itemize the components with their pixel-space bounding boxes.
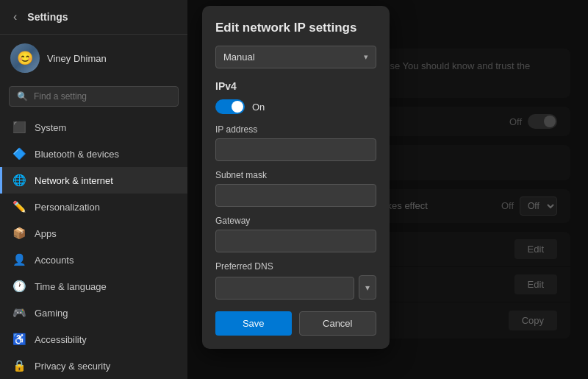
preferred-dns-row: ▾ bbox=[215, 275, 376, 300]
sidebar-item-apps[interactable]: 📦 Apps bbox=[0, 220, 187, 247]
personalization-icon: ✏️ bbox=[12, 200, 26, 213]
sidebar-item-gaming[interactable]: 🎮 Gaming bbox=[0, 300, 187, 326]
main-content: Wi-Fi › Galaxy A517C0F k. Select this if… bbox=[187, 0, 588, 379]
network-icon: 🌐 bbox=[12, 174, 26, 187]
user-name: Viney Dhiman bbox=[47, 53, 107, 64]
chevron-down-icon: ▾ bbox=[364, 52, 368, 62]
sidebar-item-label: System bbox=[35, 122, 66, 133]
gaming-icon: 🎮 bbox=[12, 306, 26, 319]
privacy-icon: 🔒 bbox=[12, 359, 26, 372]
edit-ip-dialog: Edit network IP settings Manual ▾ IPv4 O… bbox=[202, 6, 390, 349]
manual-dropdown[interactable]: Manual ▾ bbox=[215, 46, 376, 68]
search-box[interactable]: 🔍 bbox=[9, 86, 179, 107]
ipv4-toggle[interactable] bbox=[215, 99, 245, 114]
back-button[interactable]: ‹ bbox=[9, 7, 21, 26]
sidebar-item-time[interactable]: 🕐 Time & language bbox=[0, 273, 187, 300]
search-input[interactable] bbox=[34, 91, 171, 102]
sidebar-item-label: Time & language bbox=[35, 281, 107, 292]
cancel-button[interactable]: Cancel bbox=[299, 311, 377, 336]
subnet-mask-label: Subnet mask bbox=[215, 170, 376, 180]
sidebar-item-label: Gaming bbox=[35, 308, 68, 319]
dialog-scroll-area: IPv4 On IP address Subnet mask Gateway P… bbox=[215, 80, 376, 300]
sidebar-item-bluetooth[interactable]: 🔷 Bluetooth & devices bbox=[0, 141, 187, 167]
sidebar-title: Settings bbox=[27, 11, 68, 23]
dropdown-value: Manual bbox=[223, 52, 255, 63]
time-icon: 🕐 bbox=[12, 280, 26, 293]
accounts-icon: 👤 bbox=[12, 253, 26, 266]
gateway-input[interactable] bbox=[215, 230, 376, 252]
ipv4-toggle-thumb bbox=[232, 101, 243, 113]
nav-list: ⬛ System 🔷 Bluetooth & devices 🌐 Network… bbox=[0, 114, 187, 379]
ip-address-label: IP address bbox=[215, 124, 376, 135]
avatar-image: 😊 bbox=[10, 43, 40, 73]
bluetooth-icon: 🔷 bbox=[12, 147, 26, 160]
user-profile[interactable]: 😊 Viney Dhiman bbox=[0, 35, 187, 82]
ip-address-input[interactable] bbox=[215, 138, 376, 161]
sidebar-item-label: Accounts bbox=[35, 255, 74, 266]
apps-icon: 📦 bbox=[12, 227, 26, 240]
dns-expand-icon[interactable]: ▾ bbox=[359, 275, 376, 300]
sidebar-item-label: Personalization bbox=[35, 202, 100, 213]
gateway-label: Gateway bbox=[215, 216, 376, 226]
sidebar-item-network[interactable]: 🌐 Network & internet bbox=[0, 167, 187, 194]
save-button[interactable]: Save bbox=[215, 311, 292, 336]
sidebar-item-label: Apps bbox=[35, 228, 57, 239]
system-icon: ⬛ bbox=[12, 121, 26, 134]
sidebar-item-system[interactable]: ⬛ System bbox=[0, 114, 187, 141]
accessibility-icon: ♿ bbox=[12, 333, 26, 346]
sidebar-header: ‹ Settings bbox=[0, 0, 187, 35]
sidebar-item-privacy[interactable]: 🔒 Privacy & security bbox=[0, 353, 187, 379]
preferred-dns-label: Preferred DNS bbox=[215, 261, 376, 272]
ipv4-toggle-row[interactable]: On bbox=[215, 99, 376, 114]
ipv4-toggle-label: On bbox=[252, 102, 265, 113]
sidebar-item-label: Network & internet bbox=[35, 175, 113, 186]
sidebar-item-label: Privacy & security bbox=[35, 361, 110, 372]
sidebar-item-label: Bluetooth & devices bbox=[35, 149, 119, 160]
sidebar-item-accessibility[interactable]: ♿ Accessibility bbox=[0, 326, 187, 353]
sidebar-item-label: Accessibility bbox=[35, 334, 87, 345]
sidebar: ‹ Settings 😊 Viney Dhiman 🔍 ⬛ System 🔷 B… bbox=[0, 0, 187, 379]
subnet-mask-input[interactable] bbox=[215, 184, 376, 207]
sidebar-item-accounts[interactable]: 👤 Accounts bbox=[0, 247, 187, 273]
dialog-title: Edit network IP settings bbox=[215, 21, 376, 35]
sidebar-item-personalization[interactable]: ✏️ Personalization bbox=[0, 194, 187, 220]
ipv4-heading: IPv4 bbox=[215, 80, 376, 92]
preferred-dns-input[interactable] bbox=[215, 277, 354, 300]
dialog-actions: Save Cancel bbox=[215, 311, 376, 336]
avatar: 😊 bbox=[10, 43, 40, 73]
search-icon: 🔍 bbox=[17, 91, 28, 102]
